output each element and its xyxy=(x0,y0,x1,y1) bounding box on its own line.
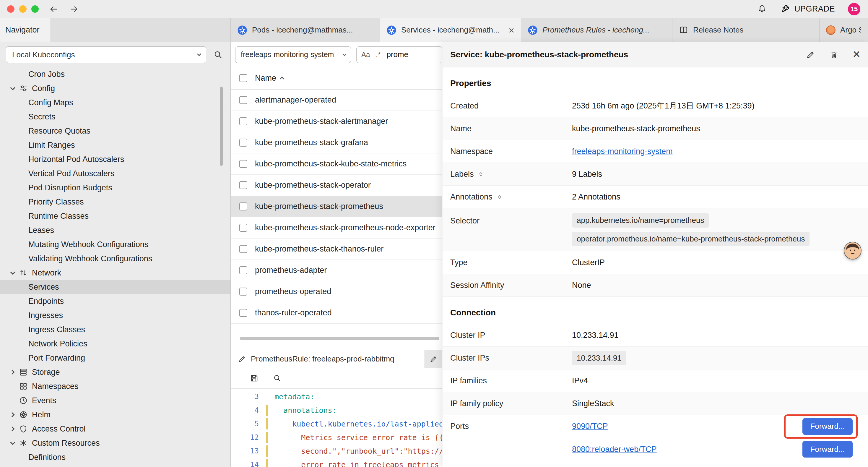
select-all-checkbox[interactable] xyxy=(239,74,247,82)
events-clock-icon xyxy=(17,396,30,405)
sidebar-scrollbar[interactable] xyxy=(220,87,223,166)
navigator-tab-zone: Navigator xyxy=(0,18,231,42)
table-row[interactable]: prometheus-operated xyxy=(231,281,442,302)
sidebar-item-namespaces[interactable]: Namespaces xyxy=(0,379,230,393)
back-button[interactable] xyxy=(49,4,58,14)
sidebar-item-leases[interactable]: Leases xyxy=(0,223,230,237)
table-row[interactable]: kube-prometheus-stack-prometheus-node-ex… xyxy=(231,217,442,238)
minimize-window-button[interactable] xyxy=(19,5,27,13)
horizontal-scrollbar[interactable] xyxy=(240,337,439,340)
expand-labels-icon[interactable] xyxy=(477,171,484,178)
row-checkbox[interactable] xyxy=(239,139,247,147)
sidebar-item-validating-webhook-configurations[interactable]: Validating Webhook Configurations xyxy=(0,252,230,266)
row-checkbox[interactable] xyxy=(239,160,247,168)
table-row-selected[interactable]: kube-prometheus-stack-prometheus xyxy=(231,196,442,217)
table-row[interactable]: kube-prometheus-stack-operator xyxy=(231,175,442,196)
kubeconfig-selector[interactable]: Local Kubeconfigs xyxy=(6,47,206,63)
editor-tab-partial[interactable] xyxy=(425,350,442,368)
row-checkbox[interactable] xyxy=(239,117,247,125)
cluster-ip-badge: 10.233.14.91 xyxy=(572,351,626,365)
table-row[interactable]: alertmanager-operated xyxy=(231,90,442,111)
table-row[interactable]: kube-prometheus-stack-kube-state-metrics xyxy=(231,153,442,175)
forward-port-9090-button[interactable]: Forward... xyxy=(802,418,852,435)
regex-toggle[interactable]: .* xyxy=(376,51,380,59)
sidebar-item-runtime-classes[interactable]: Runtime Classes xyxy=(0,209,230,223)
close-panel-icon[interactable]: × xyxy=(852,48,860,61)
row-checkbox[interactable] xyxy=(239,309,247,317)
property-row-name: Name kube-prometheus-stack-prometheus xyxy=(442,117,868,140)
sidebar-item-pod-disruption-budgets[interactable]: Pod Disruption Budgets xyxy=(0,181,230,195)
upgrade-button[interactable]: UPGRADE xyxy=(780,4,835,14)
editor-tab-prometheusrule[interactable]: PrometheusRule: freeleaps-prod-rabbitmq xyxy=(231,350,425,368)
table-row[interactable]: prometheus-adapter xyxy=(231,260,442,281)
table-row[interactable]: kube-prometheus-stack-grafana xyxy=(231,132,442,153)
row-checkbox[interactable] xyxy=(239,266,247,274)
row-checkbox[interactable] xyxy=(239,202,247,210)
navigator-tab[interactable]: Navigator xyxy=(0,18,51,42)
tab-release-notes[interactable]: Release Notes xyxy=(673,18,819,42)
sidebar-item-mutating-webhook-configurations[interactable]: Mutating Webhook Configurations xyxy=(0,237,230,252)
tab-pods[interactable]: Pods - icecheng@mathmas... xyxy=(231,18,380,42)
shield-icon xyxy=(17,425,30,433)
maximize-window-button[interactable] xyxy=(31,5,39,13)
sidebar-item-storage[interactable]: Storage xyxy=(0,365,230,379)
namespace-selector[interactable]: freeleaps-monitoring-system xyxy=(235,47,351,63)
match-case-toggle[interactable]: Aa xyxy=(361,51,370,59)
close-window-button[interactable] xyxy=(7,5,14,13)
sidebar-item-definitions[interactable]: Definitions xyxy=(0,450,230,464)
sidebar-item-config-maps[interactable]: Config Maps xyxy=(0,95,230,110)
delete-trash-icon[interactable] xyxy=(829,50,838,59)
row-checkbox[interactable] xyxy=(239,96,247,104)
sidebar-item-cron-jobs[interactable]: Cron Jobs xyxy=(0,67,230,81)
sidebar-item-vertical-pod-autoscalers[interactable]: Vertical Pod Autoscalers xyxy=(0,167,230,181)
sidebar-item-port-forwarding[interactable]: Port Forwarding xyxy=(0,351,230,365)
edit-pencil-icon[interactable] xyxy=(806,50,815,59)
tab-prometheus-rules[interactable]: Prometheus Rules - icecheng... xyxy=(521,18,673,42)
notifications-bell-icon[interactable] xyxy=(757,4,767,14)
sidebar-item-priority-classes[interactable]: Priority Classes xyxy=(0,195,230,209)
sidebar-item-horizontal-pod-autoscalers[interactable]: Horizontal Pod Autoscalers xyxy=(0,152,230,167)
row-checkbox[interactable] xyxy=(239,224,247,232)
sidebar-item-network[interactable]: Network xyxy=(0,266,230,280)
save-icon[interactable] xyxy=(249,373,259,383)
sidebar-item-resource-quotas[interactable]: Resource Quotas xyxy=(0,124,230,138)
yaml-editor[interactable]: 3metadata: 4 annotations: 5 kubectl.kube… xyxy=(231,389,442,467)
row-checkbox[interactable] xyxy=(239,288,247,296)
tab-services[interactable]: Services - icecheng@math... × xyxy=(380,18,521,42)
sidebar-item-events[interactable]: Events xyxy=(0,393,230,408)
sidebar-item-secrets[interactable]: Secrets xyxy=(0,110,230,124)
search-input[interactable]: Aa .* prome xyxy=(356,47,442,63)
sidebar-item-network-policies[interactable]: Network Policies xyxy=(0,337,230,351)
sidebar-item-ingresses[interactable]: Ingresses xyxy=(0,308,230,322)
editor-search-icon[interactable] xyxy=(273,374,282,383)
row-checkbox[interactable] xyxy=(239,245,247,253)
sidebar-item-services[interactable]: Services xyxy=(0,280,230,294)
close-tab-icon[interactable]: × xyxy=(508,25,514,35)
sidebar-item-config[interactable]: Config xyxy=(0,81,230,95)
sidebar-item-helm[interactable]: Helm xyxy=(0,408,230,422)
port-entry: 8080:reloader-web/TCP Forward... xyxy=(572,438,860,461)
name-column-header[interactable]: Name xyxy=(255,74,284,83)
table-row[interactable]: kube-prometheus-stack-thanos-ruler xyxy=(231,238,442,260)
sidebar-item-custom-resources[interactable]: Custom Resources xyxy=(0,436,230,450)
sidebar-item-endpoints[interactable]: Endpoints xyxy=(0,294,230,308)
sidebar-item-ingress-classes[interactable]: Ingress Classes xyxy=(0,322,230,337)
account-badge[interactable]: 15 xyxy=(848,3,860,16)
tab-argo[interactable]: Argo S xyxy=(819,18,868,42)
namespace-link[interactable]: freeleaps-monitoring-system xyxy=(572,147,673,156)
sidebar-item-access-control[interactable]: Access Control xyxy=(0,422,230,436)
chevron-down-icon xyxy=(342,52,346,56)
forward-button[interactable] xyxy=(69,4,79,14)
port-8080-link[interactable]: 8080:reloader-web/TCP xyxy=(572,445,657,454)
table-row[interactable]: kube-prometheus-stack-alertmanager xyxy=(231,111,442,132)
window-titlebar: UPGRADE 15 xyxy=(0,0,868,18)
row-checkbox[interactable] xyxy=(239,181,247,189)
sidebar-search-button[interactable] xyxy=(210,47,226,62)
floating-avatar[interactable] xyxy=(844,242,862,260)
forward-port-8080-button[interactable]: Forward... xyxy=(802,441,852,458)
table-row[interactable]: thanos-ruler-operated xyxy=(231,302,442,324)
port-9090-link[interactable]: 9090/TCP xyxy=(572,422,608,431)
property-row-namespace: Namespace freeleaps-monitoring-system xyxy=(442,140,868,163)
sidebar-item-limit-ranges[interactable]: Limit Ranges xyxy=(0,138,230,152)
expand-annotations-icon[interactable] xyxy=(496,194,503,200)
